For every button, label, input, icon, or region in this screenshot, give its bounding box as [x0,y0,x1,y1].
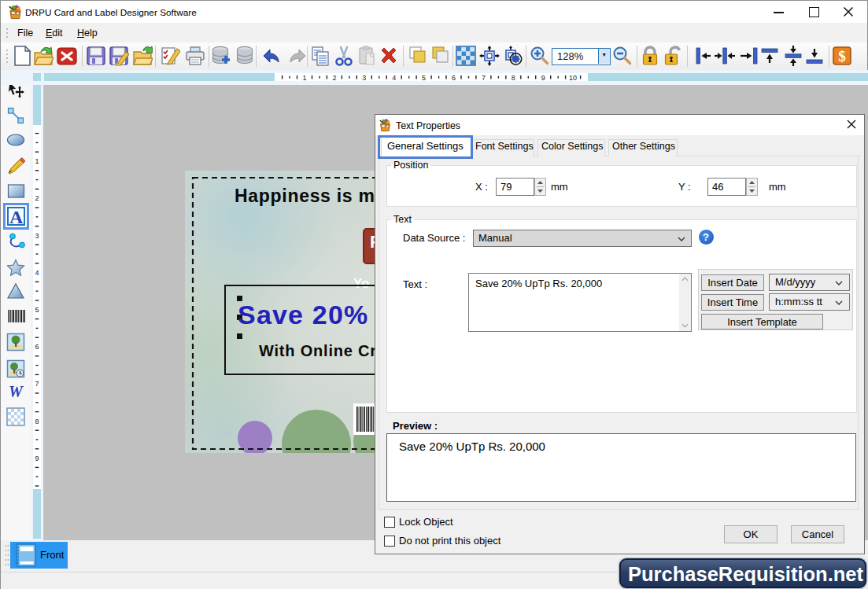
svg-text:3: 3 [35,232,39,240]
svg-text:5: 5 [422,74,426,81]
svg-text:5: 5 [35,306,39,314]
svg-text:1: 1 [302,74,306,81]
svg-text:3: 3 [362,74,366,81]
svg-text:8: 8 [35,418,39,425]
svg-text:7: 7 [35,380,39,388]
svg-text:4: 4 [392,74,396,81]
svg-text:9: 9 [35,455,39,462]
svg-text:10: 10 [569,74,577,81]
svg-text:W: W [9,383,24,400]
svg-text:1: 1 [35,157,39,165]
svg-text:6: 6 [35,343,39,351]
svg-text:7: 7 [482,74,486,81]
svg-text:9: 9 [541,74,545,81]
svg-text:2: 2 [35,194,39,202]
svg-text:$: $ [838,48,846,64]
svg-text:8: 8 [512,74,515,81]
svg-text:4: 4 [35,269,39,277]
svg-text:2: 2 [332,74,336,81]
svg-text:6: 6 [452,74,456,81]
